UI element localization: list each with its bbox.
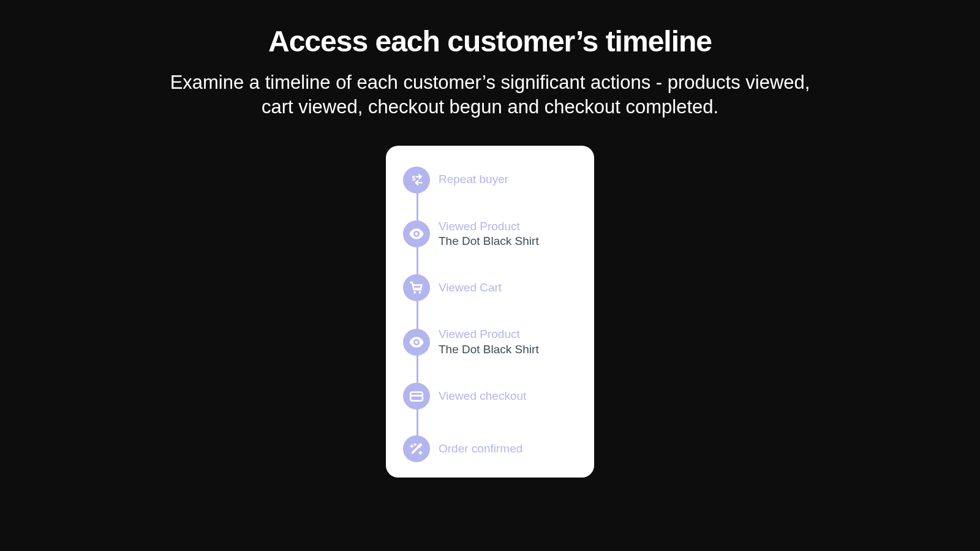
timeline-text: Viewed Product The Dot Black Shirt — [439, 327, 539, 357]
timeline-detail: The Dot Black Shirt — [439, 234, 539, 249]
timeline-text: Repeat buyer — [439, 172, 508, 187]
cart-icon — [403, 274, 430, 301]
timeline-row: Viewed Product The Dot Black Shirt — [403, 327, 578, 357]
subhead: Examine a timeline of each customer’s si… — [159, 70, 821, 120]
timeline-row: Order confirmed — [403, 435, 578, 462]
eye-icon — [403, 220, 430, 247]
svg-rect-8 — [410, 395, 423, 397]
svg-point-2 — [415, 232, 418, 235]
timeline-text: Viewed checkout — [439, 389, 526, 403]
headline: Access each customer’s timeline — [268, 24, 712, 58]
timeline-row: Viewed Product The Dot Black Shirt — [403, 219, 578, 249]
timeline-label: Viewed Cart — [439, 280, 502, 295]
timeline-label: Repeat buyer — [439, 172, 508, 187]
svg-point-3 — [413, 291, 416, 294]
svg-point-4 — [418, 291, 421, 294]
timeline-label: Viewed Product — [439, 327, 539, 342]
timeline-text: Viewed Cart — [439, 280, 502, 295]
timeline-label: Order confirmed — [439, 441, 522, 456]
timeline-label: Viewed checkout — [439, 389, 526, 403]
timeline-text: Order confirmed — [439, 441, 522, 456]
page: Access each customer’s timeline Examine … — [0, 0, 980, 551]
eye-icon — [403, 329, 430, 356]
timeline-label: Viewed Product — [439, 219, 539, 234]
dollar-swap-icon: $ — [403, 167, 430, 193]
svg-point-6 — [415, 340, 418, 343]
timeline-card: $ Repeat buyer — [386, 146, 594, 478]
sparkle-icon — [403, 435, 430, 462]
timeline-row: $ Repeat buyer — [403, 167, 578, 193]
timeline: $ Repeat buyer — [403, 167, 578, 462]
svg-text:$: $ — [412, 174, 415, 182]
card-icon — [403, 383, 430, 410]
timeline-row: Viewed Cart — [403, 274, 578, 301]
timeline-text: Viewed Product The Dot Black Shirt — [439, 219, 539, 249]
timeline-detail: The Dot Black Shirt — [439, 342, 539, 357]
timeline-row: Viewed checkout — [403, 383, 578, 410]
